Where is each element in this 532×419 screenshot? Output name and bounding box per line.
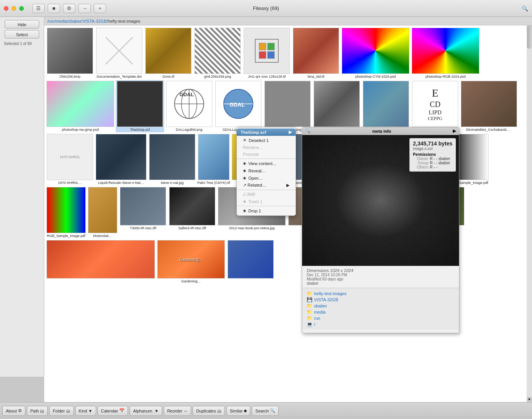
about-button[interactable]: About ⚙ bbox=[2, 406, 25, 416]
list-item[interactable]: photoshop-via-gimp.psd bbox=[46, 80, 115, 132]
list-item[interactable]: Palm Tree (CMYK).tif bbox=[197, 133, 230, 185]
reorder-button[interactable]: Reorder ↔ bbox=[164, 406, 191, 416]
list-item[interactable]: photoshop-CYM-1024.psd bbox=[341, 27, 410, 79]
menu-item-view-content[interactable]: ◈ View content… bbox=[237, 160, 296, 167]
selected-info: Selected 1 of 69 bbox=[2, 42, 42, 46]
list-item[interactable]: RGB_Sample_Image.pdf bbox=[46, 186, 86, 239]
meta-bottom: Dimensions 1024 x 1024 Dec 11, 2014 10:2… bbox=[302, 266, 459, 288]
duplicates-icon: 🗂 bbox=[217, 409, 221, 413]
drive-icon: 💾 bbox=[307, 297, 313, 302]
computer-icon: 💻 bbox=[307, 322, 313, 327]
stop-button[interactable]: ■ bbox=[48, 4, 60, 13]
hide-button[interactable]: Hide bbox=[5, 20, 39, 28]
duplicates-button[interactable]: Duplicates 🗂 bbox=[193, 406, 224, 416]
kind-button[interactable]: Kind ▼ bbox=[75, 406, 96, 416]
window-title: Fileaxy (69) bbox=[253, 5, 279, 11]
select-button[interactable]: Select bbox=[5, 30, 39, 38]
search-icon: 🔍 bbox=[270, 408, 275, 413]
menu-item-deselect[interactable]: ✕ Deselect 1 bbox=[237, 137, 296, 144]
forward-button[interactable]: → bbox=[78, 4, 91, 13]
list-item[interactable]: 256x256.bmp bbox=[46, 27, 94, 79]
list-item[interactable] bbox=[226, 239, 275, 284]
settings-button[interactable]: ⚙ bbox=[63, 4, 75, 13]
svg-rect-4 bbox=[268, 43, 274, 50]
list-item[interactable]: Vacation.tif bbox=[362, 80, 410, 132]
scrollbar[interactable]: ▲ ▼ bbox=[527, 25, 532, 402]
list-item[interactable] bbox=[46, 239, 156, 284]
list-item[interactable]: steve-n-nat.jpg bbox=[148, 133, 196, 185]
path-bar: /run/media/sbaber/VISTA-32GB/ hefty-test… bbox=[44, 17, 532, 25]
path-folder: hefty-test-images bbox=[108, 19, 140, 23]
svg-rect-6 bbox=[268, 52, 274, 58]
svg-rect-5 bbox=[259, 52, 266, 58]
meta-panel-arrow: ▶ bbox=[453, 129, 456, 134]
list-item[interactable]: Stromatolites_Cochabamba.jpg bbox=[460, 80, 518, 132]
minimize-button[interactable] bbox=[12, 6, 16, 11]
username: sbaber bbox=[307, 281, 454, 285]
breadcrumb-item-sbaber[interactable]: 📁 sbaber bbox=[307, 303, 454, 309]
breadcrumb-label: run bbox=[314, 316, 320, 321]
breadcrumb-item-hefty[interactable]: 📁 hefty-test-images bbox=[307, 290, 454, 297]
list-item[interactable]: Motorola6… bbox=[87, 186, 118, 239]
deselect-icon: ✕ bbox=[243, 138, 246, 143]
chevron-down-icon: ▼ bbox=[88, 409, 93, 413]
folder-icon: 📁 bbox=[307, 303, 313, 309]
list-item[interactable]: GDAL DALLegoBW.png bbox=[165, 80, 213, 132]
path-icon: 🗂 bbox=[40, 409, 44, 413]
list-item[interactable]: lena.pgm bbox=[313, 80, 361, 132]
scroll-down-button[interactable]: ▼ bbox=[527, 397, 532, 402]
list-item[interactable]: Dune.tif bbox=[144, 27, 193, 79]
scrollbar-thumb[interactable] bbox=[527, 26, 532, 49]
menu-item-drop[interactable]: ◈ Drop 1 bbox=[237, 207, 296, 214]
similar-button[interactable]: Similar ◆ bbox=[226, 406, 251, 416]
menu-button[interactable]: ☰ bbox=[32, 4, 45, 13]
breadcrumb-label: media bbox=[314, 310, 326, 314]
group-value: R - - sbaber bbox=[430, 161, 450, 165]
close-button[interactable] bbox=[4, 6, 8, 11]
list-item[interactable]: Liquid-Rescale-Steve-n-Natalie.jpg bbox=[95, 133, 147, 185]
breadcrumb-item-run[interactable]: 📁 run bbox=[307, 315, 454, 321]
list-item[interactable]: ECDLIPDCEFPG Eye Chart.psd bbox=[411, 80, 459, 132]
reorder-icon: ↔ bbox=[183, 409, 188, 413]
folder-button[interactable]: Folder 🗂 bbox=[49, 406, 73, 416]
list-item[interactable]: Ranch House.png bbox=[263, 80, 312, 132]
permissions-section: Permissions Owner R - - sbaber Group R -… bbox=[413, 152, 452, 169]
list-item[interactable]: 1970-SHRDL 1970-SHRDL… bbox=[46, 133, 94, 185]
maximize-button[interactable] bbox=[19, 6, 24, 11]
calendar-button[interactable]: Calendar 📅 bbox=[98, 406, 128, 416]
breadcrumb-item-vista[interactable]: 💾 VISTA-32GB bbox=[307, 297, 454, 303]
menu-item-open[interactable]: ◈ Open… bbox=[237, 174, 296, 182]
meta-panel-icon: 🔍 bbox=[305, 129, 311, 134]
file-type: image.x-xcf bbox=[413, 147, 452, 151]
list-item[interactable]: lena_std.tif bbox=[292, 27, 340, 79]
search-icon[interactable]: 🔍 bbox=[522, 5, 528, 12]
alphanum-button[interactable]: Alphanum. ▼ bbox=[130, 406, 162, 416]
bottom-toolbar: About ⚙ Path 🗂 Folder 🗂 Kind ▼ Calendar … bbox=[0, 402, 532, 419]
list-item[interactable]: Safire3-IR-ntsc.tiff bbox=[168, 186, 216, 239]
menu-separator-3 bbox=[237, 206, 296, 206]
list-item[interactable]: photoshop-RGB-1024.psd bbox=[411, 27, 480, 79]
context-menu-filename: TheGimp.xcf bbox=[241, 130, 266, 135]
list-item[interactable]: Documentation_Template.dot bbox=[95, 27, 143, 79]
list-item[interactable]: GDAL GDALLogoColor.svg bbox=[214, 80, 263, 132]
path-button[interactable]: Path 🗂 bbox=[27, 406, 48, 416]
list-item[interactable]: JAG qnr icon 128x128.tif bbox=[243, 27, 291, 79]
add-button[interactable]: + bbox=[94, 4, 106, 13]
breadcrumb-label: VISTA-32GB bbox=[314, 297, 338, 302]
list-item[interactable]: T3000-IR-ntsc.tiff bbox=[119, 186, 167, 239]
menu-item-related[interactable]: ↗ Related… ▶ bbox=[237, 182, 296, 189]
breadcrumb-item-root[interactable]: 💻 / bbox=[307, 321, 454, 327]
search-button[interactable]: Search 🔍 bbox=[252, 406, 279, 416]
others-row: Others R - - bbox=[413, 165, 452, 169]
list-item[interactable]: grid-256x256.png bbox=[193, 27, 242, 79]
menu-item-reveal[interactable]: ◈ Reveal… bbox=[237, 167, 296, 174]
breadcrumb-item-media[interactable]: 📁 media bbox=[307, 309, 454, 315]
meta-panel: 🔍 meta info ▶ 2,345,714 bytes image.x-xc… bbox=[302, 127, 459, 333]
menu-item-promote: Promote bbox=[237, 151, 296, 158]
list-item[interactable]: TheGimp.xcf bbox=[116, 80, 164, 132]
titlebar-controls: ☰ ■ ⚙ → + bbox=[4, 4, 106, 13]
list-item[interactable]: Gardening… Gardening… bbox=[156, 239, 226, 284]
calendar-icon: 📅 bbox=[119, 408, 125, 413]
path-breadcrumb[interactable]: /run/media/sbaber/VISTA-32GB/ bbox=[47, 19, 108, 23]
menu-separator bbox=[237, 159, 296, 159]
